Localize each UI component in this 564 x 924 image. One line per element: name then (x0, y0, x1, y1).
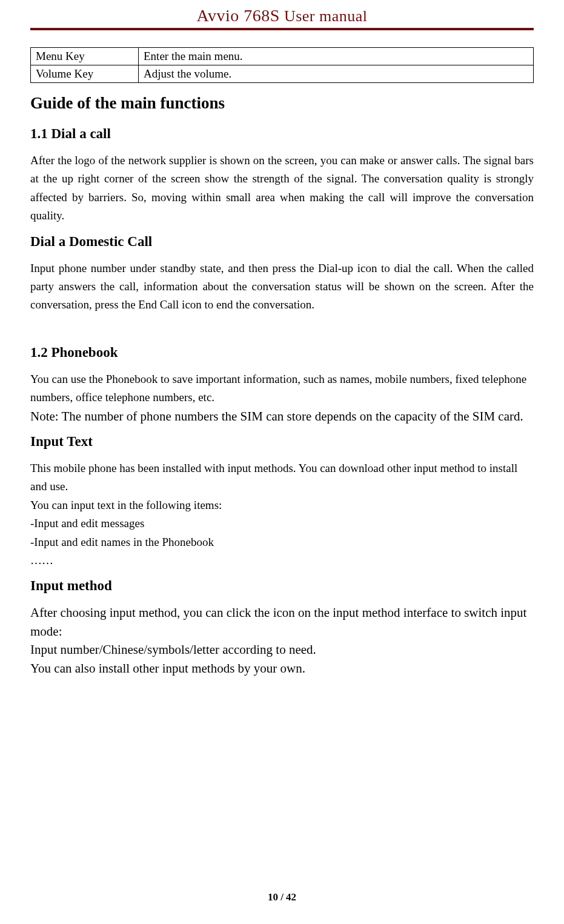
paragraph-domestic: Input phone number under standby state, … (30, 259, 534, 314)
header-manual: User manual (280, 7, 368, 25)
paragraph-phonebook: You can use the Phonebook to save import… (30, 370, 534, 407)
subsection-title-input-method: Input method (30, 578, 534, 594)
page-body: Menu Key Enter the main menu. Volume Key… (30, 47, 534, 677)
table-cell-key: Menu Key (31, 48, 139, 65)
page-header: Avvio 768S User manual (30, 6, 534, 35)
paragraph-input-method-3: You can also install other input methods… (30, 659, 534, 677)
table-cell-key: Volume Key (31, 65, 139, 83)
paragraph-input-method-1: After choosing input method, you can cli… (30, 603, 534, 640)
note-phonebook: Note: The number of phone numbers the SI… (30, 407, 534, 425)
page-number: 10 / 42 (268, 891, 296, 903)
table-row: Menu Key Enter the main menu. (31, 48, 534, 65)
subsection-title-dial: 1.1 Dial a call (30, 126, 534, 142)
header-rule (30, 28, 534, 30)
paragraph-input-method-2: Input number/Chinese/symbols/letter acco… (30, 640, 534, 659)
subsection-title-input-text: Input Text (30, 434, 534, 450)
page-footer: 10 / 42 (0, 891, 564, 903)
list-item-input-1: -Input and edit messages (30, 514, 534, 533)
header-model: Avvio 768S (196, 6, 280, 25)
paragraph-dial: After the logo of the network supplier i… (30, 151, 534, 225)
list-item-input-2: -Input and edit names in the Phonebook (30, 533, 534, 551)
ellipsis: …… (30, 551, 534, 570)
subsection-title-domestic: Dial a Domestic Call (30, 234, 534, 250)
header-title: Avvio 768S User manual (30, 6, 534, 25)
table-cell-desc: Adjust the volume. (139, 65, 534, 83)
section-title-guide: Guide of the main functions (30, 94, 534, 113)
subsection-title-phonebook: 1.2 Phonebook (30, 345, 534, 361)
paragraph-input-text-2: You can input text in the following item… (30, 496, 534, 514)
paragraph-input-text-1: This mobile phone has been installed wit… (30, 459, 534, 496)
key-functions-table: Menu Key Enter the main menu. Volume Key… (30, 47, 534, 83)
table-row: Volume Key Adjust the volume. (31, 65, 534, 83)
table-cell-desc: Enter the main menu. (139, 48, 534, 65)
